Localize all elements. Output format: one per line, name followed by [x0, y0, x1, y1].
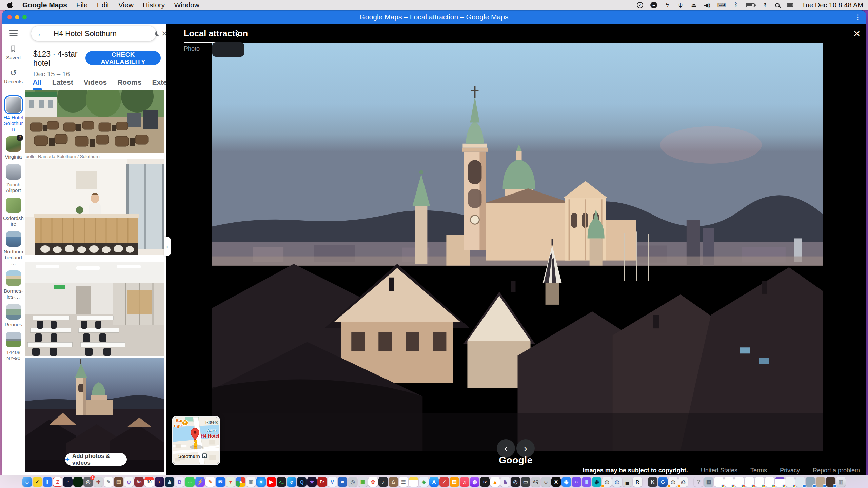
search-input[interactable] — [49, 29, 151, 38]
dock-quicktime-icon[interactable]: Q — [297, 477, 307, 487]
dock-finder-window-1-icon[interactable] — [795, 477, 805, 487]
dock-chrome-doc-1-icon[interactable] — [714, 477, 724, 487]
dock-pen-document-icon[interactable]: ✎ — [205, 477, 215, 487]
dock-photos-icon[interactable]: ✿ — [368, 477, 378, 487]
tab-latest[interactable]: Latest — [52, 75, 73, 90]
recent-place-virginia[interactable]: 2Virginia — [2, 136, 25, 160]
footer-link-united-states[interactable]: United States — [701, 467, 737, 474]
control-center-icon[interactable] — [787, 3, 793, 7]
spotlight-icon[interactable] — [775, 3, 780, 7]
dock-bbedit-icon[interactable]: B — [175, 477, 184, 487]
dock-zap-app-icon[interactable]: Z — [53, 477, 62, 487]
menu-edit[interactable]: Edit — [97, 1, 109, 9]
dock-missing-app-icon[interactable]: ? — [694, 477, 703, 487]
dock-reminders-icon[interactable]: ☰ — [399, 477, 408, 487]
dock-app-store-icon[interactable]: A — [429, 477, 439, 487]
dock-diagnostics-app-icon[interactable]: ✚ — [94, 477, 103, 487]
lightbox-kebab-icon[interactable]: ⋮ — [233, 29, 241, 39]
dock-finder-icon[interactable]: ☺ — [22, 477, 32, 487]
dock-speedtest-icon[interactable]: ◔ — [63, 477, 73, 487]
dock-keychain-icon[interactable]: K — [648, 477, 657, 487]
search-icon[interactable] — [155, 31, 157, 36]
eject-icon[interactable]: ⏏ — [691, 2, 697, 8]
dock-lens-app-icon[interactable]: ○ — [572, 477, 581, 487]
usb-icon[interactable]: ψ — [677, 2, 684, 8]
close-lightbox-icon[interactable]: ✕ — [853, 29, 861, 38]
dock-r-app-icon[interactable]: R — [633, 477, 642, 487]
dock-chrome-doc-2-icon[interactable] — [724, 477, 734, 487]
dock-printer-c-icon[interactable]: ⎙ — [668, 477, 678, 487]
dock-chrome-sheet-icon[interactable] — [785, 477, 795, 487]
dock-media-converter-icon[interactable]: ▣ — [358, 477, 368, 487]
keyboard-icon[interactable]: ⌨ — [717, 2, 726, 8]
dock-google-maps-icon[interactable]: ▼ — [226, 477, 235, 487]
dock-font-book-icon[interactable]: Aa — [134, 477, 144, 487]
dock-zoom-app-icon[interactable]: ◉ — [561, 477, 571, 487]
app-circle-icon[interactable]: ≣ — [650, 2, 657, 8]
recent-place-14408-ny-90[interactable]: 14408 NY-90 — [2, 332, 25, 361]
airdrop-icon[interactable]: ↟ — [762, 2, 768, 8]
dock-firefox-icon[interactable]: ◗ — [155, 477, 164, 487]
recent-place-h4-hotel-solothurn[interactable]: H4 Hotel Solothurn — [2, 97, 25, 132]
recent-place-rennes[interactable]: Rennes — [2, 304, 25, 327]
dock-youtube-icon[interactable]: ▶ — [267, 477, 276, 487]
window-title-bar[interactable]: Google Maps – Local attraction – Google … — [2, 10, 866, 24]
dock-books-icon[interactable]: ▤ — [450, 477, 459, 487]
apple-menu-icon[interactable] — [7, 2, 13, 8]
search-box[interactable]: ← ✕ — [31, 26, 156, 41]
dock-piano-icon[interactable]: ♪ — [378, 477, 388, 487]
dock-apple-maps-icon[interactable]: ◈ — [419, 477, 429, 487]
sync-check-icon[interactable]: ✓ — [637, 2, 643, 8]
footer-link-privacy[interactable]: Privacy — [780, 467, 800, 474]
dock-printer-b-icon[interactable]: ⎙ — [612, 477, 622, 487]
dock-printer-a-icon[interactable]: ⎙ — [602, 477, 612, 487]
recent-place-bormes-les-[interactable]: Bormes-les-… — [2, 270, 25, 300]
dock-scanner-icon[interactable]: ▄ — [623, 477, 632, 487]
dock-contacts-icon[interactable]: ♙ — [389, 477, 398, 487]
dock-minimized-window-map-icon[interactable]: ▦ — [704, 477, 713, 487]
recent-place-northumberland-[interactable]: Northumberland… — [2, 231, 25, 266]
tab-all[interactable]: All — [33, 75, 42, 90]
dock-chrome-doc-3-icon[interactable] — [734, 477, 744, 487]
dock-waveform-app-icon[interactable]: ||| — [582, 477, 591, 487]
collapse-panel-handle[interactable]: ‹ — [164, 237, 171, 256]
dock-usb-utility-icon[interactable]: ψ — [124, 477, 134, 487]
tab-exterior[interactable]: Exterior — [152, 75, 166, 90]
bluetooth-icon[interactable]: ᛒ — [733, 2, 739, 8]
dock-kindle-icon[interactable]: ♟ — [165, 477, 174, 487]
dock-mail-icon[interactable]: ✉ — [216, 477, 225, 487]
dock-trash-icon[interactable]: ▥ — [836, 477, 846, 487]
dock-vlc-icon[interactable]: ▲ — [490, 477, 500, 487]
menu-history[interactable]: History — [143, 1, 165, 9]
dock-finder-window-photo-icon[interactable] — [806, 477, 815, 487]
clear-search-icon[interactable]: ✕ — [161, 29, 166, 38]
sidebar-item-saved[interactable]: Saved — [6, 45, 21, 60]
dock-v-app-icon[interactable]: V — [328, 477, 337, 487]
dock-chrome-icon[interactable]: ● — [236, 477, 245, 487]
recent-place-oxfordshire[interactable]: Oxfordshire — [2, 198, 25, 227]
battery-icon[interactable] — [746, 3, 755, 7]
tab-videos[interactable]: Videos — [84, 75, 107, 90]
dock-camo-webcam-icon[interactable]: ◉ — [592, 477, 601, 487]
sidebar-item-recents[interactable]: ↺ Recents — [4, 69, 23, 84]
dock-wallet-app-icon[interactable]: ▤ — [114, 477, 123, 487]
dock-openoffice-icon[interactable]: ≈ — [338, 477, 347, 487]
dock-character-viewer-icon[interactable]: AQ — [531, 477, 540, 487]
footer-link-report-a-problem[interactable]: Report a problem — [813, 467, 860, 474]
dock-printer-d-icon[interactable]: ⎙ — [678, 477, 688, 487]
footer-link-terms[interactable]: Terms — [750, 467, 767, 474]
dock-edge-icon[interactable]: e — [287, 477, 296, 487]
menu-file[interactable]: File — [76, 1, 88, 9]
check-availability-button[interactable]: CHECK AVAILABILITY — [85, 51, 161, 65]
dock-bluetooth-app-icon[interactable]: ᛒ — [43, 477, 52, 487]
dock-podcasts-icon[interactable]: ◍ — [470, 477, 479, 487]
dock-finder-window-dark-icon[interactable] — [826, 477, 835, 487]
dock-chrome-doc-4-icon[interactable] — [745, 477, 754, 487]
menu-google-maps[interactable]: Google Maps — [22, 1, 67, 9]
dock-chrome-doc-6-icon[interactable] — [765, 477, 774, 487]
dock-music-icon[interactable]: ♫ — [460, 477, 469, 487]
dock-red-stripe-app-icon[interactable]: ∕ — [439, 477, 449, 487]
volume-icon[interactable]: ◀) — [704, 2, 710, 8]
tab-rooms[interactable]: Rooms — [117, 75, 141, 90]
dock-apple-tv-icon[interactable]: tv — [480, 477, 490, 487]
